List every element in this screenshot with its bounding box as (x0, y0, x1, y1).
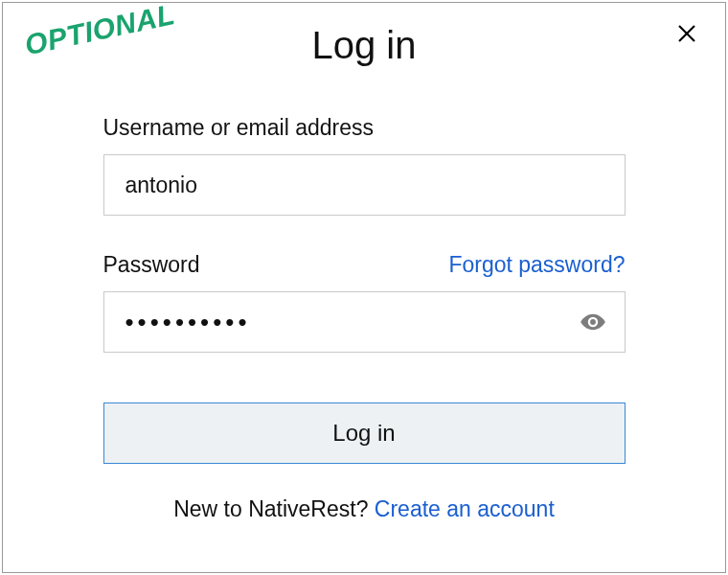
optional-watermark: OPTIONAL (22, 0, 178, 61)
password-label: Password (103, 252, 200, 278)
username-input[interactable] (125, 155, 603, 215)
eye-icon (580, 309, 606, 335)
username-input-box (103, 154, 626, 216)
close-icon (675, 22, 698, 45)
forgot-password-link[interactable]: Forgot password? (448, 252, 625, 278)
password-field-group: Password Forgot password? •••••••••• (103, 252, 626, 353)
password-input-box: •••••••••• (103, 291, 626, 353)
signup-line: New to NativeRest? Create an account (103, 496, 626, 522)
username-field-group: Username or email address (103, 115, 626, 216)
dialog-title: Log in (312, 24, 417, 67)
close-button[interactable] (671, 18, 702, 49)
login-button[interactable]: Log in (103, 402, 626, 464)
username-label: Username or email address (103, 115, 626, 141)
login-dialog: OPTIONAL Log in Username or email addres… (2, 2, 726, 573)
login-form: Username or email address Password Forgo… (103, 115, 626, 522)
show-password-button[interactable] (579, 308, 607, 336)
signup-prefix: New to NativeRest? (173, 496, 375, 521)
password-input[interactable]: •••••••••• (125, 308, 603, 337)
create-account-link[interactable]: Create an account (375, 496, 555, 521)
